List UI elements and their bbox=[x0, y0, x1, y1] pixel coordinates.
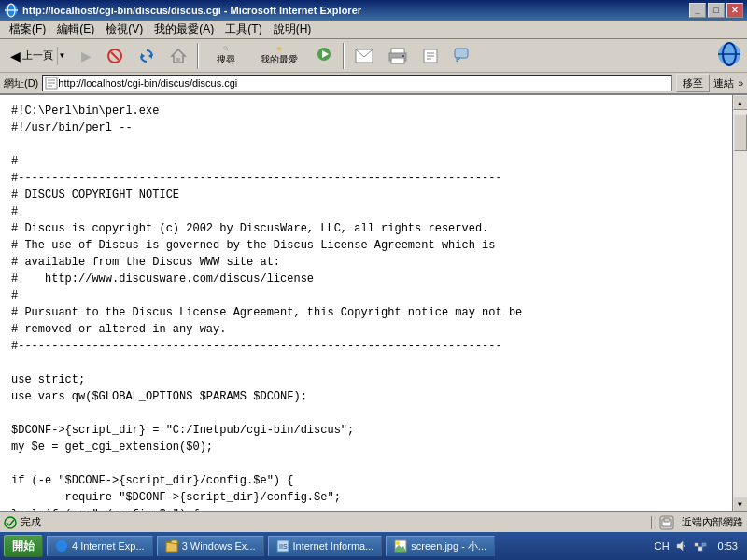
status-sep bbox=[651, 516, 652, 529]
tray-speaker-icon bbox=[675, 539, 688, 553]
code-content: #!C:\Perl\bin\perl.exe #!/usr/bin/perl -… bbox=[0, 95, 732, 511]
status-check-icon bbox=[4, 516, 17, 529]
svg-marker-11 bbox=[276, 46, 281, 50]
status-right: 近端內部網路 bbox=[651, 515, 743, 530]
menu-bar: 檔案(F) 編輯(E) 檢視(V) 我的最愛(A) 工具(T) 說明(H) bbox=[0, 21, 747, 39]
scroll-track[interactable] bbox=[733, 110, 747, 497]
svg-point-32 bbox=[5, 517, 16, 528]
print-icon bbox=[388, 48, 407, 64]
close-button[interactable]: ✕ bbox=[726, 3, 743, 18]
svg-rect-23 bbox=[455, 49, 468, 58]
menu-tools[interactable]: 工具(T) bbox=[219, 20, 267, 39]
mail-icon bbox=[355, 49, 374, 63]
menu-edit[interactable]: 編輯(E) bbox=[51, 20, 100, 39]
start-button[interactable]: 開始 bbox=[4, 535, 43, 557]
svg-rect-18 bbox=[402, 55, 404, 57]
title-bar: http://localhost/cgi-bin/discus/discus.c… bbox=[0, 0, 747, 21]
menu-view[interactable]: 檢視(V) bbox=[100, 20, 148, 39]
minimize-button[interactable]: _ bbox=[689, 3, 706, 18]
svg-marker-6 bbox=[141, 53, 145, 59]
favorites-label: 我的最愛 bbox=[261, 53, 298, 66]
menu-help[interactable]: 說明(H) bbox=[268, 20, 317, 39]
taskbar-item-img[interactable]: screen.jpg - 小... bbox=[386, 536, 495, 556]
scroll-down-button[interactable]: ▼ bbox=[733, 497, 748, 511]
svg-rect-35 bbox=[664, 518, 669, 522]
back-button[interactable]: ◀ 上一頁 ▼ bbox=[4, 43, 73, 69]
go-button[interactable]: 移至 bbox=[676, 74, 710, 92]
svg-marker-24 bbox=[457, 58, 460, 62]
back-dropdown-icon[interactable]: ▼ bbox=[57, 47, 66, 65]
svg-point-42 bbox=[396, 541, 400, 545]
media-icon bbox=[316, 46, 332, 63]
taskbar-explorer-icon bbox=[165, 539, 178, 553]
discuss-button[interactable] bbox=[447, 43, 479, 69]
taskbar-item-iis[interactable]: IIS Internet Informa... bbox=[268, 536, 383, 556]
scroll-up-button[interactable]: ▲ bbox=[733, 95, 748, 110]
svg-line-4 bbox=[111, 52, 119, 60]
toolbar: ◀ 上一頁 ▼ ▶ 搜尋 bbox=[0, 39, 747, 73]
taskbar-clock: 0:53 bbox=[712, 540, 743, 552]
svg-rect-45 bbox=[698, 547, 702, 551]
status-text: 完成 bbox=[21, 515, 41, 529]
media-button[interactable] bbox=[309, 43, 339, 69]
toolbar-sep-1 bbox=[197, 43, 199, 69]
home-icon bbox=[170, 48, 187, 64]
status-bar: 完成 近端內部網路 bbox=[0, 511, 747, 532]
links-button[interactable]: 連結 bbox=[713, 77, 734, 91]
taskbar-img-label: screen.jpg - 小... bbox=[411, 539, 486, 553]
maximize-button[interactable]: □ bbox=[708, 3, 725, 18]
ie-logo-area bbox=[715, 40, 743, 72]
taskbar-ie-label: 4 Internet Exp... bbox=[72, 540, 145, 552]
taskbar-explorer-label: 3 Windows Ex... bbox=[182, 540, 256, 552]
address-input[interactable] bbox=[58, 77, 669, 89]
title-text: http://localhost/cgi-bin/discus/discus.c… bbox=[22, 5, 361, 16]
scroll-thumb[interactable] bbox=[734, 114, 747, 151]
ie-icon bbox=[4, 3, 19, 18]
taskbar-ie-icon bbox=[55, 539, 68, 553]
refresh-button[interactable] bbox=[132, 43, 162, 69]
taskbar-item-explorer[interactable]: 3 Windows Ex... bbox=[157, 536, 264, 556]
favorites-icon bbox=[271, 46, 288, 51]
edit-button[interactable] bbox=[416, 43, 445, 69]
forward-button[interactable]: ▶ bbox=[75, 43, 98, 69]
tray-lang: CH bbox=[655, 540, 669, 552]
taskbar-tray: CH 0:53 bbox=[655, 539, 743, 553]
zone-label: 近端內部網路 bbox=[682, 515, 743, 529]
taskbar-item-ie[interactable]: 4 Internet Exp... bbox=[47, 536, 153, 556]
links-dropdown-icon[interactable]: » bbox=[738, 78, 743, 89]
svg-text:IIS: IIS bbox=[279, 543, 288, 550]
address-input-wrapper bbox=[42, 75, 672, 91]
back-label: 上一頁 bbox=[22, 49, 53, 63]
address-label: 網址(D) bbox=[4, 77, 38, 91]
svg-marker-5 bbox=[148, 53, 152, 59]
svg-point-9 bbox=[224, 46, 227, 49]
search-icon bbox=[218, 46, 234, 51]
edit-icon bbox=[422, 48, 439, 64]
search-button[interactable]: 搜尋 bbox=[203, 43, 249, 69]
stop-button[interactable] bbox=[100, 43, 130, 69]
address-bar: 網址(D) 移至 連結 » bbox=[0, 73, 747, 95]
vertical-scrollbar[interactable]: ▲ ▼ bbox=[732, 95, 747, 511]
taskbar-iis-icon: IIS bbox=[276, 539, 289, 553]
discuss-icon bbox=[454, 48, 472, 64]
taskbar-iis-label: Internet Informa... bbox=[293, 540, 374, 552]
svg-rect-46 bbox=[695, 543, 698, 546]
content-area: #!C:\Perl\bin\perl.exe #!/usr/bin/perl -… bbox=[0, 95, 747, 511]
menu-file[interactable]: 檔案(F) bbox=[4, 20, 51, 39]
status-left: 完成 bbox=[4, 515, 647, 529]
svg-rect-8 bbox=[176, 58, 180, 63]
print-button[interactable] bbox=[382, 43, 414, 69]
svg-marker-44 bbox=[677, 541, 683, 551]
back-icon: ◀ bbox=[10, 49, 21, 63]
refresh-icon bbox=[138, 48, 155, 64]
taskbar: 開始 4 Internet Exp... 3 Windows Ex... IIS… bbox=[0, 532, 747, 560]
menu-favorites[interactable]: 我的最愛(A) bbox=[148, 20, 219, 39]
toolbar-sep-2 bbox=[343, 43, 345, 69]
home-button[interactable] bbox=[163, 43, 193, 69]
mail-button[interactable] bbox=[348, 43, 380, 69]
forward-icon: ▶ bbox=[81, 49, 92, 63]
favorites-button[interactable]: 我的最愛 bbox=[251, 43, 307, 69]
taskbar-img-icon bbox=[394, 539, 407, 553]
svg-rect-17 bbox=[391, 58, 404, 63]
stop-icon bbox=[106, 48, 123, 64]
